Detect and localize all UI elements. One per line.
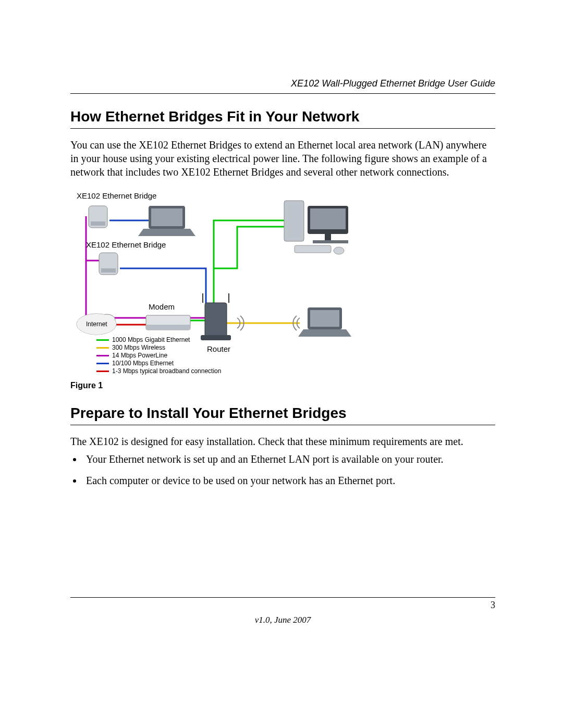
legend-text: 10/100 Mbps Ethernet	[112, 360, 174, 367]
legend-swatch	[96, 347, 109, 349]
legend-row: 1000 Mbps Gigabit Ethernet	[96, 336, 221, 344]
svg-rect-16	[295, 245, 331, 253]
legend-row: 300 Mbps Wireless	[96, 344, 221, 352]
legend-text: 1-3 Mbps typical broadband connection	[112, 367, 221, 375]
network-diagram: XE102 Ethernet Bridge XE102 Ethernet Bri…	[70, 190, 498, 378]
legend-text: 300 Mbps Wireless	[112, 344, 165, 352]
svg-rect-9	[151, 208, 182, 226]
svg-rect-5	[91, 221, 105, 226]
section-heading-2: Prepare to Install Your Ethernet Bridges	[70, 405, 495, 425]
label-internet: Internet	[86, 320, 107, 328]
svg-rect-7	[101, 268, 116, 273]
svg-rect-14	[325, 234, 331, 240]
svg-rect-20	[205, 303, 227, 337]
label-bridge-1: XE102 Ethernet Bridge	[77, 191, 156, 200]
svg-rect-25	[310, 310, 339, 327]
legend-text: 1000 Mbps Gigabit Ethernet	[112, 336, 190, 344]
list-item: Each computer or device to be used on yo…	[83, 474, 495, 488]
requirements-list: Your Ethernet network is set up and an E…	[70, 452, 495, 488]
legend-row: 14 Mbps PowerLine	[96, 352, 221, 360]
svg-rect-15	[313, 240, 348, 243]
legend-row: 10/100 Mbps Ethernet	[96, 360, 221, 367]
section-2-paragraph: The XE102 is designed for easy installat…	[70, 435, 495, 448]
legend-swatch	[96, 363, 109, 364]
legend-swatch	[96, 339, 109, 341]
svg-rect-11	[284, 201, 304, 241]
svg-marker-10	[138, 229, 195, 236]
legend-swatch	[96, 371, 109, 372]
diagram-legend: 1000 Mbps Gigabit Ethernet 300 Mbps Wire…	[96, 336, 221, 375]
section-heading-1: How Ethernet Bridges Fit in Your Network	[70, 108, 495, 129]
footer-version: v1.0, June 2007	[70, 615, 495, 625]
legend-swatch	[96, 355, 109, 356]
section-1-paragraph: You can use the XE102 Ethernet Bridges t…	[70, 138, 495, 179]
figure-caption: Figure 1	[70, 381, 495, 390]
legend-text: 14 Mbps PowerLine	[112, 352, 167, 360]
page-number: 3	[491, 600, 495, 611]
list-item: Your Ethernet network is set up and an E…	[83, 452, 495, 466]
svg-rect-13	[310, 208, 346, 229]
label-bridge-2: XE102 Ethernet Bridge	[86, 240, 166, 249]
label-modem: Modem	[149, 302, 175, 311]
svg-rect-19	[146, 325, 190, 330]
legend-row: 1-3 Mbps typical broadband connection	[96, 367, 221, 375]
document-header: XE102 Wall-Plugged Ethernet Bridge User …	[70, 78, 495, 94]
svg-point-17	[334, 247, 344, 254]
svg-marker-26	[298, 329, 351, 337]
